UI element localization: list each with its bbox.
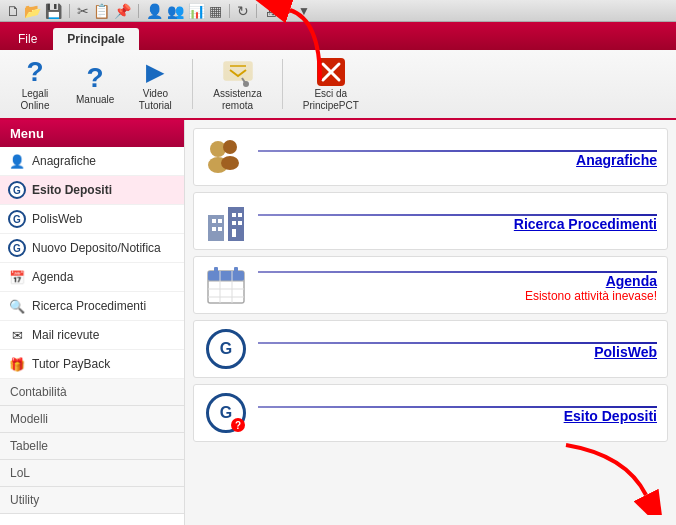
table-icon[interactable]: 📊 [188,3,205,19]
svg-point-2 [243,81,249,87]
ricerca-procedimenti-row-icon [204,199,248,243]
video-tutorial-label: VideoTutorial [139,88,172,112]
sidebar-item-tutor-payback[interactable]: 🎁 Tutor PayBack [0,350,184,379]
btn-assistenza-remota[interactable]: Assistenzaremota [205,52,269,116]
anagrafiche-row-text: Anagrafiche [258,146,657,168]
sep1 [69,4,70,18]
agenda-row-title[interactable]: Agenda [258,273,657,289]
content-row-esito-depositi[interactable]: G ? Esito Depositi [193,384,668,442]
content-row-agenda[interactable]: Agenda Esistono attività inevase! [193,256,668,314]
title-bar: 🗋 📂 💾 ✂ 📋 📌 👤 👥 📊 ▦ ↻ 🖨 ✏ ▼ [0,0,676,22]
mail-ricevute-icon: ✉ [8,326,26,344]
esito-depositi-row-title[interactable]: Esito Depositi [258,408,657,424]
sidebar-item-anagrafiche-label: Anagrafiche [32,154,96,168]
sidebar-group-contabilita[interactable]: Contabilità [0,379,184,406]
sidebar-group-lol[interactable]: LoL [0,460,184,487]
svg-rect-16 [232,213,236,217]
dropdown-icon[interactable]: ▼ [298,4,310,18]
legali-online-label: LegaliOnline [21,88,50,112]
svg-rect-20 [232,229,236,237]
svg-rect-28 [214,267,218,275]
esito-depositi-icon: G [8,181,26,199]
user-icon[interactable]: 👤 [146,3,163,19]
agenda-row-icon [204,263,248,307]
ricerca-procedimenti-row-title[interactable]: Ricerca Procedimenti [258,216,657,232]
ribbon-sep1 [192,59,193,109]
anagrafiche-row-icon [204,135,248,179]
ribbon-sep2 [282,59,283,109]
sidebar-item-mail-ricevute-label: Mail ricevute [32,328,99,342]
main-layout: Menu 👤 Anagrafiche G Esito Depositi ➤ G … [0,120,676,525]
print-icon[interactable]: 🖨 [264,3,278,19]
polisweb-row-title[interactable]: PolisWeb [258,344,657,360]
svg-point-8 [223,140,237,154]
sidebar-item-ricerca-procedimenti-label: Ricerca Procedimenti [32,299,146,313]
sidebar-item-esito-depositi[interactable]: G Esito Depositi ➤ [0,176,184,205]
title-bar-icons: 🗋 📂 💾 ✂ 📋 📌 👤 👥 📊 ▦ ↻ 🖨 ✏ ▼ [6,3,310,19]
sidebar-item-nuovo-deposito-label: Nuovo Deposito/Notifica [32,241,161,255]
ribbon-toolbar: ? LegaliOnline ? Manuale ▶ VideoTutorial… [0,50,676,120]
anagrafiche-row-title[interactable]: Anagrafiche [258,152,657,168]
paste-icon[interactable]: 📌 [114,3,131,19]
btn-legali-online[interactable]: ? LegaliOnline [10,52,60,116]
esito-depositi-row-icon: G ? [204,391,248,435]
btn-manuale[interactable]: ? Manuale [68,58,122,110]
polisweb-icon: G [8,210,26,228]
esito-depositi-row-text: Esito Depositi [258,402,657,424]
sidebar-item-ricerca-procedimenti[interactable]: 🔍 Ricerca Procedimenti [0,292,184,321]
sidebar-group-tabelle[interactable]: Tabelle [0,433,184,460]
sidebar-item-mail-ricevute[interactable]: ✉ Mail ricevute [0,321,184,350]
polisweb-row-text: PolisWeb [258,338,657,360]
video-tutorial-icon: ▶ [139,56,171,88]
open-icon[interactable]: 📂 [24,3,41,19]
assistenza-remota-label: Assistenzaremota [213,88,261,112]
svg-rect-13 [218,219,222,223]
btn-video-tutorial[interactable]: ▶ VideoTutorial [130,52,180,116]
tutor-payback-icon: 🎁 [8,355,26,373]
sidebar-item-agenda-label: Agenda [32,270,73,284]
copy-icon[interactable]: 📋 [93,3,110,19]
sidebar-item-nuovo-deposito[interactable]: G Nuovo Deposito/Notifica [0,234,184,263]
tab-file[interactable]: File [4,28,51,50]
svg-point-9 [221,156,239,170]
anagrafiche-icon: 👤 [8,152,26,170]
ricerca-procedimenti-row-text: Ricerca Procedimenti [258,210,657,232]
esci-icon [315,56,347,88]
sidebar-item-esito-depositi-label: Esito Depositi [32,183,112,197]
manuale-icon: ? [79,62,111,94]
sidebar-item-anagrafiche[interactable]: 👤 Anagrafiche [0,147,184,176]
svg-rect-0 [224,62,252,80]
content-row-ricerca-procedimenti[interactable]: Ricerca Procedimenti [193,192,668,250]
nuovo-deposito-icon: G [8,239,26,257]
cut-icon[interactable]: ✂ [77,3,89,19]
sidebar-item-polisweb-label: PolisWeb [32,212,82,226]
legali-online-icon: ? [19,56,51,88]
svg-rect-22 [208,271,244,281]
sidebar-group-utility[interactable]: Utility [0,487,184,514]
group-icon[interactable]: 👥 [167,3,184,19]
sidebar-item-agenda[interactable]: 📅 Agenda [0,263,184,292]
content-row-anagrafiche[interactable]: Anagrafiche [193,128,668,186]
new-icon[interactable]: 🗋 [6,3,20,19]
content-area: Anagrafiche [185,120,676,525]
refresh-icon[interactable]: ↻ [237,3,249,19]
giustizia-question-badge: ? [231,418,245,432]
svg-rect-29 [234,267,238,275]
ricerca-procedimenti-icon: 🔍 [8,297,26,315]
tab-principale[interactable]: Principale [53,28,138,50]
btn-esci[interactable]: Esci daPrincipePCT [295,52,367,116]
grid-icon[interactable]: ▦ [209,3,222,19]
save-icon[interactable]: 💾 [45,3,62,19]
pen-icon[interactable]: ✏ [282,3,294,19]
esci-label: Esci daPrincipePCT [303,88,359,112]
agenda-row-subtitle: Esistono attività inevase! [258,289,657,303]
svg-rect-14 [212,227,216,231]
svg-rect-17 [238,213,242,217]
sep2 [138,4,139,18]
content-row-polisweb[interactable]: G PolisWeb [193,320,668,378]
sep3 [229,4,230,18]
manuale-label: Manuale [76,94,114,106]
sidebar-menu-header: Menu [0,120,184,147]
sidebar-group-modelli[interactable]: Modelli [0,406,184,433]
sidebar-item-polisweb[interactable]: G PolisWeb [0,205,184,234]
